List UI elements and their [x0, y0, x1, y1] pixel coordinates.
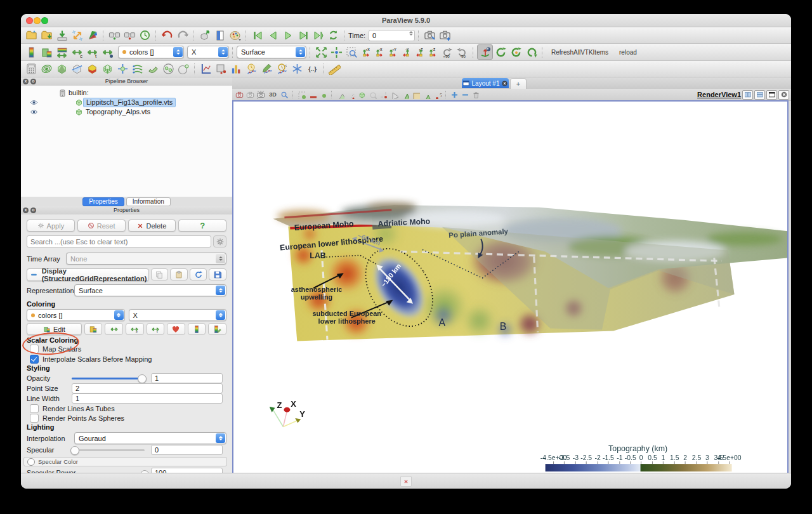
close-dock-icon[interactable]: x: [23, 208, 29, 213]
select-points-on-icon[interactable]: [307, 90, 318, 100]
hover-points-icon[interactable]: [400, 90, 410, 100]
float-dock-icon[interactable]: o: [30, 208, 36, 213]
set-view-plus-y-icon[interactable]: +Y: [386, 45, 399, 59]
close-dock-icon[interactable]: x: [23, 79, 29, 84]
subtract-selection-icon[interactable]: [460, 90, 471, 100]
point-size-field[interactable]: 2: [72, 383, 223, 393]
color-legend-button[interactable]: [188, 323, 206, 335]
interpolation-select[interactable]: Gouraud: [74, 432, 226, 444]
rotate-camera-cw-icon[interactable]: [494, 45, 508, 59]
rescale-data-range-button[interactable]: [105, 323, 123, 335]
specular-field[interactable]: 0: [151, 445, 223, 455]
rescale-temporal-range-icon[interactable]: t: [85, 45, 100, 59]
query-points-icon[interactable]: ?: [432, 90, 443, 100]
line-width-field[interactable]: 1: [72, 393, 223, 404]
plot-over-line-filter-icon[interactable]: [199, 62, 213, 76]
opacity-field[interactable]: 1: [151, 373, 223, 383]
split-horizontal-button[interactable]: [742, 90, 753, 100]
layout-tab[interactable]: Layout #1: [462, 78, 509, 88]
close-view-button[interactable]: [778, 90, 789, 100]
extract-group-filter-icon[interactable]: [176, 62, 191, 76]
capture-view-icon[interactable]: [256, 90, 266, 100]
select-cells-polygon-icon[interactable]: [335, 90, 346, 100]
color-legend-toggle-icon[interactable]: [213, 29, 227, 43]
edit-legend-button[interactable]: [208, 323, 226, 335]
edit-color-map-icon[interactable]: [39, 45, 54, 59]
redo-icon[interactable]: [175, 29, 190, 43]
apply-button[interactable]: Apply: [27, 220, 75, 232]
vcr-next-frame-icon[interactable]: [296, 29, 310, 43]
specular-slider[interactable]: [72, 449, 145, 451]
map-scalars-checkbox[interactable]: [30, 345, 39, 353]
extract-subset-filter-icon[interactable]: [100, 62, 115, 76]
search-input[interactable]: [27, 235, 211, 247]
temporal-interpolator-filter-icon[interactable]: [290, 62, 304, 76]
rescale-to-data-range-icon[interactable]: [55, 45, 69, 59]
plot-global-variables-filter-icon[interactable]: [275, 62, 289, 76]
help-button[interactable]: ?: [178, 220, 226, 232]
refresh-all-vtk-items-button[interactable]: RefreshAllVTKItems: [546, 49, 613, 56]
pipeline-item-topography[interactable]: Topography_Alps.vts: [21, 107, 232, 117]
tab-information[interactable]: Information: [126, 197, 171, 206]
vcr-first-frame-icon[interactable]: [250, 29, 265, 43]
time-field[interactable]: 0: [369, 30, 415, 41]
slice-filter-icon[interactable]: [70, 62, 84, 76]
display-section-header[interactable]: Display (StructuredGridRepresentation): [27, 268, 149, 281]
select-block-icon[interactable]: [357, 90, 367, 100]
zoom-window-button[interactable]: [41, 17, 48, 24]
connect-server-icon[interactable]: [107, 29, 122, 43]
glyph-filter-icon[interactable]: [115, 62, 130, 76]
rescale-visible-range-icon[interactable]: [100, 45, 115, 59]
threshold-filter-icon[interactable]: [85, 62, 100, 76]
visibility-eye-icon[interactable]: [30, 108, 38, 116]
reset-camera-closest-icon[interactable]: [329, 45, 344, 59]
ruler-source-icon[interactable]: [327, 62, 342, 76]
search-options-button[interactable]: [213, 235, 226, 247]
render-points-checkbox[interactable]: [30, 414, 39, 423]
rescale-custom-range-icon[interactable]: c: [70, 45, 84, 59]
rescale-custom-button[interactable]: c: [126, 323, 144, 335]
select-custom-box-icon[interactable]: [410, 90, 421, 100]
maximize-view-button[interactable]: [766, 90, 777, 100]
stream-tracer-filter-icon[interactable]: [131, 62, 145, 76]
zoom-to-data-icon[interactable]: [422, 29, 437, 43]
scalar-bar-visibility-icon[interactable]: [24, 45, 39, 59]
render-view-title[interactable]: RenderView1: [697, 91, 741, 98]
reload-button[interactable]: reload: [614, 49, 642, 56]
group-datasets-filter-icon[interactable]: [161, 62, 176, 76]
color-array-combo[interactable]: colors []: [118, 46, 184, 58]
copy-display-button[interactable]: [151, 268, 169, 280]
scalar-bar-button[interactable]: [84, 323, 103, 335]
split-vertical-button[interactable]: [754, 90, 765, 100]
reload-display-button[interactable]: [190, 268, 207, 280]
zoom-closest-icon[interactable]: [438, 29, 452, 43]
minimize-window-button[interactable]: [34, 17, 41, 24]
set-view-plus-z-icon[interactable]: +Z: [413, 45, 426, 59]
source-apply-icon[interactable]: [197, 29, 212, 43]
vcr-loop-icon[interactable]: [326, 29, 341, 43]
warp-by-vector-filter-icon[interactable]: [146, 62, 160, 76]
zoom-box-view-icon[interactable]: [279, 90, 290, 100]
reset-camera-icon[interactable]: [314, 45, 329, 59]
histogram-filter-icon[interactable]: [229, 62, 244, 76]
specular-color-row[interactable]: Specular Color: [23, 457, 227, 466]
coloring-array-combo[interactable]: colors []: [27, 309, 125, 321]
representation-combo[interactable]: Surface: [237, 46, 306, 58]
set-view-plus-x-icon[interactable]: +X: [360, 45, 372, 59]
calculator-filter-icon[interactable]: [24, 62, 39, 76]
select-cells-on-icon[interactable]: [296, 90, 307, 100]
hover-cells-icon[interactable]: [389, 90, 400, 100]
color-palette-icon[interactable]: [228, 29, 242, 43]
pipeline-item-builtin[interactable]: builtin:: [21, 88, 232, 98]
close-tab-icon[interactable]: [502, 81, 508, 86]
save-data-icon[interactable]: [55, 29, 69, 43]
undo-icon[interactable]: [160, 29, 174, 43]
rotate-90-cw-icon[interactable]: +90: [440, 45, 454, 59]
delete-button[interactable]: Delete: [128, 220, 176, 232]
select-points-polygon-icon[interactable]: [346, 90, 357, 100]
rotate-camera-ccw-icon[interactable]: [509, 45, 523, 59]
visibility-eye-icon[interactable]: [30, 98, 38, 107]
coloring-component-combo[interactable]: X: [129, 309, 227, 321]
plot-over-time-filter-icon[interactable]: [244, 62, 259, 76]
save-display-button[interactable]: [209, 268, 226, 280]
